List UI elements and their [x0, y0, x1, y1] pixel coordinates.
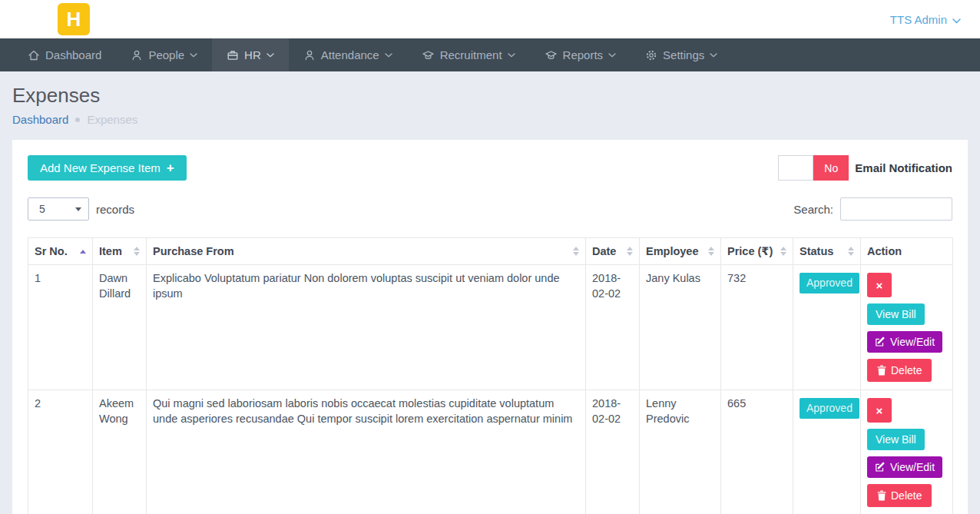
close-button[interactable]: × [867, 273, 892, 297]
cell-status: Approved [793, 265, 861, 390]
edit-icon [875, 462, 886, 473]
graduation-cap-icon [422, 49, 435, 61]
nav-item-reports[interactable]: Reports [530, 38, 631, 71]
delete-button[interactable]: Delete [867, 484, 932, 507]
view-edit-button[interactable]: View/Edit [867, 456, 942, 478]
nav-item-attendance[interactable]: Attendance [289, 38, 407, 71]
sort-asc-icon [80, 250, 86, 254]
records-per-page-select[interactable]: 5 [28, 197, 89, 221]
user-menu-label: TTS Admin [890, 13, 947, 26]
records-per-page-value: 5 [39, 203, 45, 215]
chevron-down-icon [710, 53, 717, 58]
chevron-down-icon [952, 13, 961, 26]
page-title: Expenses [12, 83, 968, 108]
chevron-down-icon [267, 53, 274, 58]
cell-status: Approved [793, 390, 861, 514]
nav-item-label: Dashboard [45, 48, 101, 61]
breadcrumb-dashboard-link[interactable]: Dashboard [12, 113, 68, 126]
column-header-action: Action [861, 238, 953, 265]
gear-icon [645, 49, 657, 61]
app-logo[interactable]: H [58, 3, 90, 35]
main-navbar: Dashboard People HR Attendance Recruitme… [0, 38, 980, 71]
cell-price: 665 [721, 390, 793, 514]
status-badge: Approved [800, 398, 859, 419]
cell-sr-no: 1 [28, 265, 93, 390]
breadcrumb-current: Expenses [87, 113, 137, 126]
add-expense-button-label: Add New Expense Item [40, 161, 161, 174]
nav-item-label: Reports [563, 48, 604, 61]
user-icon [131, 49, 143, 61]
app-logo-letter: H [67, 8, 81, 32]
cell-sr-no: 2 [28, 390, 93, 514]
column-header-item[interactable]: Item [93, 238, 147, 265]
nav-item-label: HR [244, 48, 261, 61]
table-header-row: Sr No. Item Purchase From Date Employee … [28, 238, 953, 265]
column-header-status[interactable]: Status [793, 238, 861, 265]
expenses-card: Add New Expense Item + No Email Notifica… [12, 140, 968, 514]
nav-item-hr[interactable]: HR [212, 38, 289, 71]
table-row: 2 Akeem Wong Qui magni sed laboriosam la… [28, 390, 953, 514]
cell-action: × View Bill View/Edit Delete [861, 390, 953, 514]
cell-purchase-from: Explicabo Voluptatum pariatur Non dolore… [147, 265, 586, 390]
chevron-down-icon [608, 53, 616, 58]
chevron-down-icon [385, 53, 392, 58]
column-header-date[interactable]: Date [586, 238, 640, 265]
column-header-sr-no[interactable]: Sr No. [28, 238, 93, 265]
nav-item-settings[interactable]: Settings [631, 38, 732, 71]
chevron-down-icon [190, 53, 197, 58]
close-icon: × [876, 404, 883, 417]
close-icon: × [876, 279, 883, 292]
status-badge: Approved [800, 273, 859, 293]
nav-item-people[interactable]: People [116, 38, 212, 71]
breadcrumb-separator-dot [75, 118, 80, 122]
sort-icon [848, 247, 854, 256]
chevron-down-icon [508, 53, 515, 58]
view-bill-button[interactable]: View Bill [867, 429, 925, 450]
caret-down-icon [75, 207, 81, 211]
sort-icon [134, 247, 140, 256]
topbar: H TTS Admin [0, 0, 980, 38]
email-notification-toggle[interactable]: No [778, 155, 849, 181]
breadcrumb: Dashboard Expenses [12, 113, 968, 126]
sort-icon [708, 247, 714, 256]
home-icon [28, 49, 40, 61]
delete-button[interactable]: Delete [867, 359, 932, 382]
cell-employee: Jany Kulas [640, 265, 721, 390]
column-header-employee[interactable]: Employee [640, 238, 721, 265]
column-header-price[interactable]: Price (₹) [721, 238, 793, 265]
trash-icon [877, 365, 886, 376]
records-label: records [96, 203, 134, 216]
plus-icon: + [167, 161, 174, 174]
view-bill-button[interactable]: View Bill [867, 303, 925, 325]
add-expense-button[interactable]: Add New Expense Item + [28, 155, 187, 181]
nav-item-label: Attendance [321, 48, 379, 61]
toggle-off-half [778, 155, 813, 181]
user-menu[interactable]: TTS Admin [890, 13, 961, 26]
edit-icon [875, 337, 886, 347]
cell-purchase-from: Qui magni sed laboriosam laboris nobis o… [147, 390, 586, 514]
trash-icon [877, 490, 886, 501]
cell-date: 2018-02-02 [586, 390, 640, 514]
page-head: Expenses Dashboard Expenses [0, 71, 980, 126]
nav-item-recruitment[interactable]: Recruitment [407, 38, 530, 71]
sort-icon [573, 247, 579, 256]
cell-date: 2018-02-02 [586, 265, 640, 390]
search-label: Search: [793, 203, 833, 216]
cell-item: Dawn Dillard [93, 265, 147, 390]
view-edit-button[interactable]: View/Edit [867, 331, 942, 353]
cell-price: 732 [721, 265, 793, 390]
nav-item-label: Recruitment [440, 48, 502, 61]
sort-icon [627, 247, 633, 256]
column-header-purchase-from[interactable]: Purchase From [147, 238, 586, 265]
nav-item-label: Settings [663, 48, 704, 61]
search-input[interactable] [840, 197, 952, 221]
cell-item: Akeem Wong [93, 390, 147, 514]
sort-icon [780, 247, 786, 256]
nav-item-dashboard[interactable]: Dashboard [13, 38, 116, 71]
expenses-table: Sr No. Item Purchase From Date Employee … [28, 237, 953, 514]
cell-employee: Lenny Predovic [640, 390, 721, 514]
close-button[interactable]: × [867, 398, 892, 423]
graduation-cap-icon [545, 49, 558, 61]
nav-item-label: People [148, 48, 184, 61]
user-icon [303, 49, 316, 61]
